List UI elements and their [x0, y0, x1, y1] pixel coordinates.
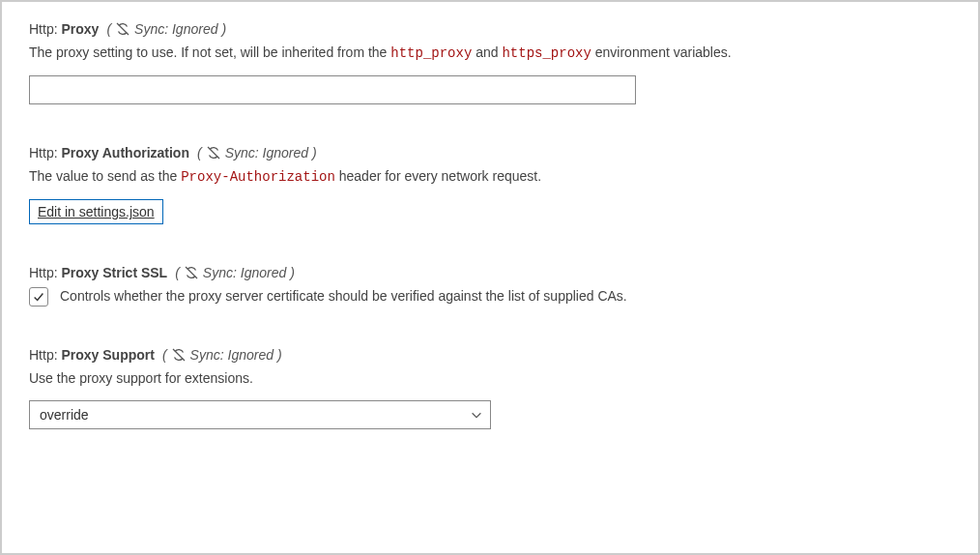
- select-value: override: [29, 400, 491, 429]
- sync-status-text: Sync: Ignored: [134, 21, 217, 37]
- setting-title: Http: Proxy Strict SSL: [29, 265, 167, 280]
- sync-status-text: Sync: Ignored: [203, 265, 286, 280]
- sync-status: ( Sync: Ignored): [197, 145, 317, 161]
- desc-text: and: [472, 44, 502, 60]
- sync-ignored-icon: [115, 21, 130, 37]
- setting-description: Use the proxy support for extensions.: [29, 368, 951, 389]
- setting-http-proxy-authorization: Http: Proxy Authorization ( Sync: Ignore…: [29, 145, 951, 224]
- setting-http-proxy-strict-ssl: Http: Proxy Strict SSL ( Sync: Ignored) …: [29, 265, 951, 307]
- code-http-proxy: http_proxy: [390, 45, 472, 61]
- proxy-support-select[interactable]: override: [29, 400, 491, 429]
- code-https-proxy: https_proxy: [502, 45, 591, 61]
- checkbox-row: Controls whether the proxy server certif…: [29, 286, 951, 307]
- setting-description: The proxy setting to use. If not set, wi…: [29, 43, 951, 64]
- code-proxy-authorization: Proxy-Authorization: [181, 169, 335, 185]
- desc-text: The value to send as the: [29, 168, 181, 184]
- setting-category: Http:: [29, 21, 58, 37]
- sync-ignored-icon: [206, 145, 221, 161]
- desc-text: environment variables.: [591, 44, 732, 60]
- sync-status-text: Sync: Ignored: [225, 145, 308, 161]
- setting-name: Proxy: [61, 21, 99, 37]
- setting-category: Http:: [29, 265, 58, 280]
- setting-name: Proxy Strict SSL: [61, 265, 167, 280]
- setting-name: Proxy Support: [61, 347, 154, 363]
- edit-in-settings-json-link[interactable]: Edit in settings.json: [29, 199, 163, 224]
- setting-http-proxy: Http: Proxy ( Sync: Ignored) The proxy s…: [29, 21, 951, 104]
- sync-status-text: Sync: Ignored: [190, 347, 274, 363]
- setting-title: Http: Proxy: [29, 21, 99, 37]
- sync-ignored-icon: [171, 347, 187, 363]
- check-icon: [32, 290, 45, 304]
- setting-header: Http: Proxy ( Sync: Ignored): [29, 21, 951, 37]
- proxy-input[interactable]: [29, 75, 636, 104]
- sync-ignored-icon: [184, 265, 199, 280]
- sync-status: ( Sync: Ignored): [162, 347, 282, 363]
- sync-status: ( Sync: Ignored): [106, 21, 226, 37]
- setting-category: Http:: [29, 347, 58, 363]
- setting-name: Proxy Authorization: [61, 145, 189, 161]
- proxy-strict-ssl-checkbox[interactable]: [29, 287, 48, 307]
- setting-title: Http: Proxy Support: [29, 347, 155, 363]
- desc-text: The proxy setting to use. If not set, wi…: [29, 44, 390, 60]
- setting-category: Http:: [29, 145, 58, 161]
- setting-header: Http: Proxy Authorization ( Sync: Ignore…: [29, 145, 951, 161]
- setting-title: Http: Proxy Authorization: [29, 145, 189, 161]
- setting-header: Http: Proxy Strict SSL ( Sync: Ignored): [29, 265, 951, 280]
- checkbox-label: Controls whether the proxy server certif…: [60, 286, 627, 307]
- setting-description: The value to send as the Proxy-Authoriza…: [29, 166, 951, 188]
- sync-status: ( Sync: Ignored): [175, 265, 295, 280]
- desc-text: header for every network request.: [335, 168, 541, 184]
- setting-header: Http: Proxy Support ( Sync: Ignored): [29, 347, 951, 363]
- setting-http-proxy-support: Http: Proxy Support ( Sync: Ignored) Use…: [29, 347, 951, 429]
